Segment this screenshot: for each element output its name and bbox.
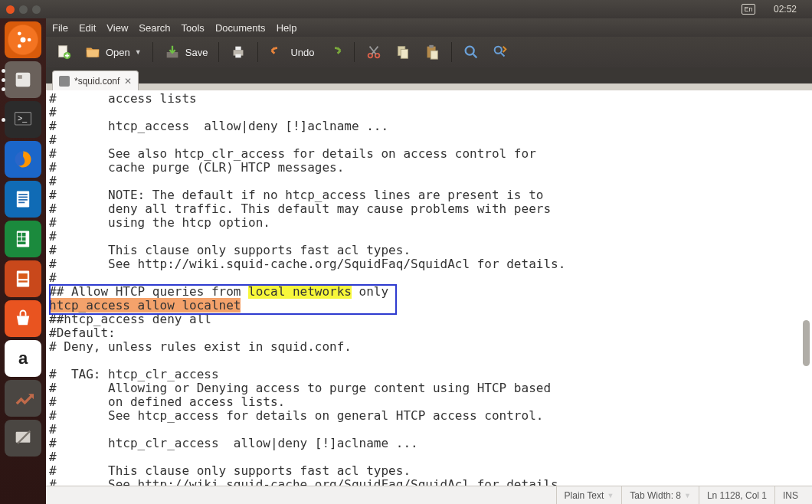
status-tab-width[interactable]: Tab Width: 8▼ bbox=[621, 486, 699, 504]
tab-squid-conf[interactable]: *squid.conf ✕ bbox=[52, 70, 139, 90]
open-label: Open bbox=[106, 47, 130, 58]
launcher-impress-icon[interactable] bbox=[5, 260, 41, 297]
gedit-window: File Edit View Search Tools Documents He… bbox=[46, 18, 812, 504]
print-icon bbox=[230, 44, 247, 61]
svg-rect-20 bbox=[18, 242, 26, 245]
svg-rect-11 bbox=[18, 194, 28, 195]
find-button[interactable] bbox=[458, 41, 484, 64]
launcher-dash-icon[interactable] bbox=[5, 21, 41, 58]
menu-edit[interactable]: Edit bbox=[79, 22, 96, 34]
app-toolbar: Open ▼ Save Undo bbox=[46, 37, 812, 67]
svg-rect-29 bbox=[236, 47, 241, 51]
find-replace-button[interactable] bbox=[487, 41, 513, 64]
svg-rect-14 bbox=[18, 202, 25, 204]
clock[interactable]: 02:52 bbox=[774, 4, 797, 15]
svg-rect-19 bbox=[22, 237, 26, 241]
launcher-software-icon[interactable] bbox=[5, 300, 41, 337]
window-buttons bbox=[6, 5, 41, 14]
status-insert-mode[interactable]: INS bbox=[774, 486, 806, 504]
menu-file[interactable]: File bbox=[52, 22, 68, 34]
svg-rect-6 bbox=[18, 75, 22, 79]
svg-rect-12 bbox=[18, 197, 28, 198]
find-replace-icon bbox=[492, 44, 509, 61]
status-language[interactable]: Plain Text▼ bbox=[556, 486, 622, 504]
unity-launcher: >_ a bbox=[0, 18, 46, 504]
copy-icon bbox=[395, 44, 411, 61]
print-button[interactable] bbox=[225, 41, 251, 64]
svg-rect-23 bbox=[18, 280, 28, 282]
editor-content[interactable]: # access lists # # htcp_access allow|den… bbox=[46, 90, 812, 486]
launcher-texteditor-icon[interactable] bbox=[5, 420, 41, 457]
cut-button[interactable] bbox=[361, 41, 387, 64]
copy-button[interactable] bbox=[390, 41, 416, 64]
menu-documents[interactable]: Documents bbox=[215, 22, 266, 34]
svg-rect-17 bbox=[22, 233, 26, 237]
launcher-settings-icon[interactable] bbox=[5, 380, 41, 417]
undo-icon bbox=[269, 44, 286, 61]
save-label: Save bbox=[185, 47, 208, 58]
svg-rect-36 bbox=[430, 45, 434, 48]
svg-rect-37 bbox=[431, 51, 438, 59]
system-bar: En 02:52 bbox=[0, 0, 812, 18]
menu-search[interactable]: Search bbox=[139, 22, 170, 34]
new-file-button[interactable] bbox=[51, 41, 77, 64]
undo-label: Undo bbox=[290, 47, 314, 58]
svg-text:>_: >_ bbox=[18, 113, 27, 123]
launcher-terminal-icon[interactable]: >_ bbox=[5, 101, 41, 138]
launcher-amazon-icon[interactable]: a bbox=[5, 340, 41, 377]
save-icon bbox=[164, 44, 181, 61]
scrollbar-thumb[interactable] bbox=[803, 320, 810, 366]
maximize-window-button[interactable] bbox=[32, 5, 41, 14]
open-button[interactable]: Open ▼ bbox=[80, 41, 146, 64]
svg-point-2 bbox=[28, 38, 31, 42]
paste-icon bbox=[424, 44, 440, 61]
launcher-calc-icon[interactable] bbox=[5, 221, 41, 257]
menu-view[interactable]: View bbox=[106, 22, 128, 34]
status-bar: Plain Text▼ Tab Width: 8▼ Ln 1128, Col 1… bbox=[46, 486, 812, 504]
vertical-scrollbar[interactable] bbox=[802, 90, 810, 486]
open-folder-icon bbox=[84, 44, 101, 61]
undo-button[interactable]: Undo bbox=[264, 41, 319, 64]
paste-button[interactable] bbox=[419, 41, 445, 64]
svg-rect-13 bbox=[18, 199, 28, 201]
svg-rect-18 bbox=[18, 237, 21, 241]
cut-icon bbox=[365, 44, 382, 61]
launcher-files-icon[interactable] bbox=[5, 61, 41, 98]
save-button[interactable]: Save bbox=[159, 41, 213, 64]
open-dropdown-icon[interactable]: ▼ bbox=[135, 48, 142, 56]
editor-area[interactable]: # access lists # # htcp_access allow|den… bbox=[46, 90, 812, 486]
launcher-writer-icon[interactable] bbox=[5, 181, 41, 218]
svg-rect-22 bbox=[18, 273, 28, 279]
svg-point-4 bbox=[18, 44, 21, 48]
svg-rect-16 bbox=[18, 233, 21, 237]
svg-point-38 bbox=[466, 47, 474, 55]
redo-button[interactable] bbox=[322, 41, 348, 64]
keyboard-lang-indicator[interactable]: En bbox=[742, 4, 755, 15]
new-file-icon bbox=[55, 44, 72, 61]
highlight-search-match: local networks bbox=[248, 284, 352, 299]
tab-strip: *squid.conf ✕ bbox=[46, 67, 812, 90]
svg-point-39 bbox=[495, 47, 502, 54]
svg-rect-5 bbox=[16, 73, 31, 87]
highlight-selection: htcp_access allow localnet bbox=[49, 298, 241, 313]
tab-close-icon[interactable]: ✕ bbox=[124, 76, 132, 87]
close-window-button[interactable] bbox=[6, 5, 15, 14]
status-cursor-pos: Ln 1128, Col 1 bbox=[699, 486, 774, 504]
app-menubar: File Edit View Search Tools Documents He… bbox=[46, 18, 812, 37]
svg-rect-30 bbox=[236, 54, 241, 58]
launcher-firefox-icon[interactable] bbox=[5, 141, 41, 178]
search-icon bbox=[463, 44, 480, 61]
menu-tools[interactable]: Tools bbox=[182, 22, 205, 34]
tab-title: *squid.conf bbox=[74, 76, 120, 87]
svg-point-1 bbox=[21, 38, 26, 43]
redo-icon bbox=[326, 44, 343, 61]
minimize-window-button[interactable] bbox=[19, 5, 28, 14]
menu-help[interactable]: Help bbox=[277, 22, 297, 34]
svg-rect-34 bbox=[401, 49, 408, 58]
svg-point-3 bbox=[18, 32, 21, 36]
